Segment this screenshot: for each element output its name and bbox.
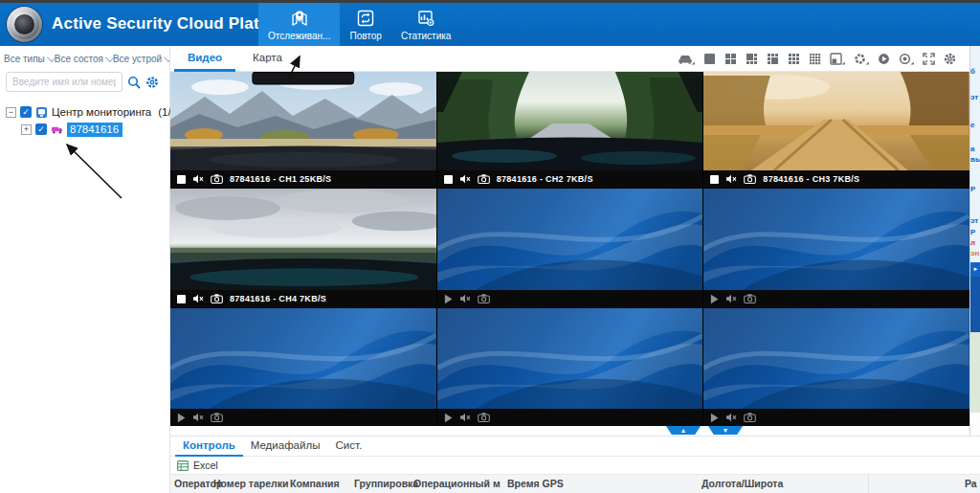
device-label[interactable]: 87841616	[67, 123, 122, 137]
snapshot-icon[interactable]	[744, 294, 756, 303]
mute-icon[interactable]	[725, 294, 737, 303]
table-header-row: Оператор Номер тарелки Компания Группиро…	[170, 475, 980, 493]
clipped-text: е	[970, 121, 980, 129]
snapshot-icon[interactable]	[744, 413, 756, 422]
root-checkbox[interactable]: ✓	[20, 106, 32, 118]
stop-icon[interactable]	[177, 295, 186, 303]
layout-1-icon[interactable]	[703, 53, 716, 65]
column-header[interactable]: Операционный м	[413, 478, 501, 489]
layout-9-icon[interactable]	[788, 53, 800, 65]
video-tile-empty[interactable]	[170, 308, 436, 426]
vehicle-icon	[51, 123, 63, 136]
column-header[interactable]: Долгота/Широта	[702, 478, 783, 489]
tile-control-bar	[170, 409, 436, 426]
video-grid: 87841616 - CH1 25KB/S	[170, 72, 969, 426]
column-header[interactable]: Группировка	[354, 478, 418, 489]
expand-video-handle[interactable]: ▲	[666, 426, 701, 435]
tree-node-root[interactable]: − ✓ Центр мониторинга (1/1)	[0, 103, 169, 121]
gear-icon[interactable]	[145, 76, 159, 89]
layout-custom-icon[interactable]	[830, 53, 845, 65]
nav-item-tracking[interactable]: Отслеживан...	[258, 3, 340, 46]
video-tile-empty[interactable]	[703, 189, 969, 307]
right-collapsed-panel[interactable]: б эт е а вы Р эт Р л эн от ►	[969, 46, 980, 436]
nav-item-statistics[interactable]: Статистика	[391, 3, 461, 46]
nav-label: Статистика	[401, 31, 452, 41]
play-icon[interactable]	[710, 294, 719, 304]
search-icon[interactable]	[127, 76, 141, 89]
snapshot-icon[interactable]	[478, 413, 490, 422]
expand-icon[interactable]: +	[21, 124, 32, 135]
root-label[interactable]: Центр мониторинга	[52, 106, 151, 118]
play-all-icon[interactable]	[878, 53, 890, 65]
no-video-placeholder	[437, 308, 703, 409]
device-checkbox[interactable]: ✓	[35, 123, 47, 135]
snapshot-icon[interactable]	[478, 294, 490, 303]
column-header[interactable]: Время GPS	[507, 478, 564, 489]
settings-icon[interactable]	[944, 53, 956, 65]
mute-icon[interactable]	[725, 174, 737, 184]
nav-item-replay[interactable]: Повтор	[340, 3, 390, 46]
statistics-icon	[416, 9, 435, 28]
column-header[interactable]: Компания	[290, 478, 340, 489]
layout-8-icon[interactable]	[767, 53, 779, 65]
clipped-panel-block	[970, 413, 980, 436]
video-tile-empty[interactable]	[703, 308, 969, 426]
filter-status[interactable]: Все состоя	[55, 54, 112, 64]
tile-control-bar	[437, 409, 703, 426]
snapshot-icon[interactable]	[478, 174, 490, 184]
snapshot-icon[interactable]	[211, 294, 223, 303]
tab-system[interactable]: Сист.	[327, 437, 369, 457]
video-tile-ch3[interactable]: 87841616 - CH3 7KB/S	[703, 72, 969, 188]
play-icon[interactable]	[444, 413, 453, 423]
snapshot-icon[interactable]	[211, 413, 223, 422]
video-tile-ch4[interactable]: 87841616 - CH4 7KB/S	[170, 189, 436, 307]
tab-map[interactable]: Карта	[239, 46, 296, 72]
video-tile-ch1[interactable]: 87841616 - CH1 25KB/S	[170, 72, 436, 188]
clipped-text: эн	[970, 249, 980, 258]
video-tile-empty[interactable]	[437, 189, 703, 307]
tracking-map-pin-icon	[290, 9, 309, 28]
column-header[interactable]: Ра	[965, 478, 977, 489]
snapshot-icon[interactable]	[744, 174, 756, 184]
mute-icon[interactable]	[459, 174, 471, 184]
monitoring-center-icon	[35, 106, 48, 119]
stop-icon[interactable]	[444, 175, 453, 184]
play-icon[interactable]	[710, 413, 719, 423]
mute-icon[interactable]	[459, 413, 471, 422]
stop-icon[interactable]	[177, 175, 186, 184]
tab-control[interactable]: Контроль	[175, 437, 243, 457]
collapse-icon[interactable]: −	[6, 107, 16, 118]
layout-16-icon[interactable]	[809, 53, 821, 65]
mute-icon[interactable]	[192, 174, 204, 184]
video-tile-empty[interactable]	[437, 308, 703, 426]
play-icon[interactable]	[444, 294, 453, 304]
mute-icon[interactable]	[725, 413, 737, 422]
column-divider	[868, 475, 869, 493]
play-icon[interactable]	[177, 413, 186, 423]
video-tile-ch2[interactable]: 87841616 - CH2 7KB/S	[437, 72, 703, 188]
app-window: Active Security Cloud Platform Отслежива…	[0, 0, 980, 493]
mute-icon[interactable]	[192, 413, 204, 422]
snapshot-icon[interactable]	[211, 174, 223, 184]
layout-6-icon[interactable]	[746, 53, 758, 65]
tab-media-files[interactable]: Медиафайлы	[243, 437, 328, 457]
filter-types[interactable]: Все типы	[4, 54, 54, 64]
mute-icon[interactable]	[192, 294, 204, 303]
excel-export-button[interactable]: Excel	[170, 457, 980, 475]
collapse-panel-handle[interactable]: ▼	[708, 426, 743, 435]
tile-control-bar: 87841616 - CH3 7KB/S	[703, 170, 969, 188]
search-input[interactable]	[6, 72, 122, 92]
stop-icon[interactable]	[710, 175, 719, 184]
tab-video[interactable]: Видео	[174, 46, 235, 72]
fullscreen-icon[interactable]	[923, 53, 935, 65]
clipped-text: эт	[970, 216, 980, 225]
column-header[interactable]: Номер тарелки	[213, 478, 288, 489]
tree-node-device[interactable]: + ✓ 87841616	[0, 121, 169, 138]
record-icon[interactable]	[899, 53, 914, 65]
vehicle-select-icon[interactable]	[678, 53, 695, 65]
layout-4-icon[interactable]	[724, 53, 737, 65]
filter-devices[interactable]: Все устрой	[113, 54, 169, 64]
mute-icon[interactable]	[459, 294, 471, 303]
stream-quality-icon[interactable]	[854, 53, 869, 65]
panel-expand-icon[interactable]: ►	[970, 262, 980, 277]
